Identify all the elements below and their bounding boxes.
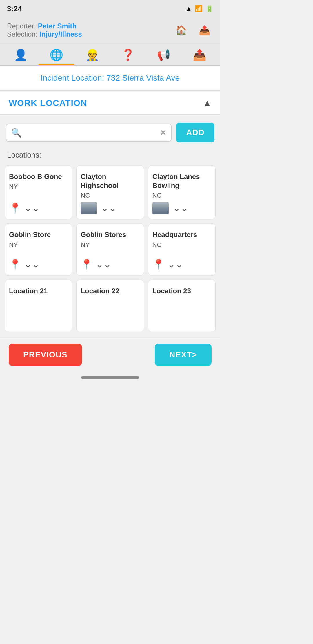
location-card-actions: 📍 ⌄⌄ [152, 258, 183, 270]
location-name: Headquarters [152, 230, 197, 239]
location-card-actions: 📍 ⌄⌄ [81, 258, 111, 270]
chevron-up-icon: ▲ [203, 98, 212, 108]
battery-icon: 🔋 [205, 5, 213, 12]
location-state: NC [81, 192, 90, 199]
reporter-row: Reporter: Peter Smith [7, 22, 82, 30]
tab-globe[interactable]: 🌐 [39, 43, 74, 65]
list-item[interactable]: Location 22 [76, 280, 144, 332]
location-card-actions: ⌄⌄ [81, 202, 117, 214]
home-bar [0, 372, 220, 386]
tab-question[interactable]: ❓ [110, 43, 146, 65]
location-thumbnail [81, 202, 97, 214]
incident-location-label: Incident Location: [41, 73, 104, 82]
list-item[interactable]: Goblin Store NY 📍 ⌄⌄ [5, 223, 72, 276]
location-name: Goblin Stores [81, 230, 126, 239]
location-state: NY [9, 183, 18, 190]
location-card-actions: 📍 ⌄⌄ [9, 258, 40, 270]
search-area: 🔍 ✕ ADD [0, 115, 220, 145]
location-state: NC [152, 241, 162, 249]
work-location-header[interactable]: WORK LOCATION ▲ [0, 92, 220, 115]
previous-button[interactable]: PREVIOUS [9, 344, 82, 366]
reporter-value: Peter Smith [38, 22, 77, 30]
tab-megaphone[interactable]: 📢 [146, 43, 181, 65]
bottom-actions: PREVIOUS NEXT> [0, 338, 220, 372]
status-time: 3:24 [7, 4, 22, 13]
status-icons: ▲ 📶 🔋 [185, 5, 213, 12]
location-thumbnail [152, 202, 169, 214]
work-location-title: WORK LOCATION [9, 98, 87, 108]
list-item[interactable]: Location 21 [5, 280, 72, 332]
add-button[interactable]: ADD [176, 123, 214, 142]
signal-icon: ▲ [185, 5, 192, 12]
locations-grid: Booboo B Gone NY 📍 ⌄⌄ Clayton Highschool… [0, 162, 220, 338]
location-name: Goblin Store [9, 230, 51, 239]
reporter-label: Reporter: [7, 22, 36, 30]
header-info: Reporter: Peter Smith Selection: Injury/… [7, 22, 82, 38]
upload-icon: 📤 [193, 48, 206, 61]
selection-value: Injury/Illness [39, 30, 82, 38]
wifi-icon: 📶 [195, 5, 203, 12]
search-box: 🔍 ✕ [6, 124, 172, 142]
incident-location-bar: Incident Location: 732 Sierra Vista Ave [0, 66, 220, 91]
chevron-down-icon[interactable]: ⌄⌄ [173, 202, 188, 214]
pin-icon: 📍 [81, 258, 93, 270]
pin-icon: 📍 [152, 258, 165, 270]
pin-icon: 📍 [9, 258, 21, 270]
location-state: NY [9, 241, 18, 249]
selection-label: Selection: [7, 30, 37, 38]
list-item[interactable]: Headquarters NC 📍 ⌄⌄ [148, 223, 216, 276]
worker-icon: 👷 [85, 48, 99, 61]
location-name: Booboo B Gone [9, 172, 62, 181]
question-icon: ❓ [121, 48, 135, 61]
location-name: Location 21 [9, 286, 48, 295]
tab-upload[interactable]: 📤 [182, 43, 217, 65]
incident-location-address: 732 Sierra Vista Ave [106, 73, 180, 82]
chevron-down-icon[interactable]: ⌄⌄ [96, 259, 111, 270]
list-item[interactable]: Goblin Stores NY 📍 ⌄⌄ [76, 223, 144, 276]
nav-tabs: 👤 🌐 👷 ❓ 📢 📤 [0, 43, 220, 66]
home-button[interactable]: 🏠 [173, 21, 190, 39]
home-indicator [81, 376, 139, 379]
pin-icon: 📍 [9, 202, 21, 214]
chevron-down-icon[interactable]: ⌄⌄ [168, 259, 183, 270]
list-item[interactable]: Booboo B Gone NY 📍 ⌄⌄ [5, 165, 72, 219]
clear-icon[interactable]: ✕ [160, 128, 166, 138]
chevron-down-icon[interactable]: ⌄⌄ [101, 202, 117, 214]
export-button[interactable]: 📤 [196, 21, 213, 39]
chevron-down-icon[interactable]: ⌄⌄ [24, 202, 40, 214]
list-item[interactable]: Location 23 [148, 280, 216, 332]
location-state: NY [81, 241, 90, 249]
location-name: Clayton Lanes Bowling [152, 172, 211, 190]
search-input[interactable] [26, 128, 156, 137]
location-card-actions: ⌄⌄ [152, 202, 188, 214]
location-card-actions: 📍 ⌄⌄ [9, 202, 40, 214]
globe-icon: 🌐 [50, 48, 63, 61]
status-bar: 3:24 ▲ 📶 🔋 [0, 0, 220, 17]
list-item[interactable]: Clayton Highschool NC ⌄⌄ [76, 165, 144, 219]
selection-row: Selection: Injury/Illness [7, 30, 82, 38]
chevron-down-icon[interactable]: ⌄⌄ [24, 259, 40, 270]
tab-worker[interactable]: 👷 [74, 43, 110, 65]
location-name: Location 23 [152, 286, 191, 295]
search-icon: 🔍 [11, 128, 22, 138]
locations-label: Locations: [0, 145, 220, 162]
location-state: NC [152, 192, 162, 199]
header-actions: 🏠 📤 [173, 21, 213, 39]
location-name: Location 22 [81, 286, 119, 295]
next-button[interactable]: NEXT> [155, 344, 212, 366]
megaphone-icon: 📢 [157, 48, 170, 61]
person-icon: 👤 [14, 48, 28, 61]
location-name: Clayton Highschool [81, 172, 139, 190]
tab-person[interactable]: 👤 [3, 43, 39, 65]
list-item[interactable]: Clayton Lanes Bowling NC ⌄⌄ [148, 165, 216, 219]
header: Reporter: Peter Smith Selection: Injury/… [0, 17, 220, 43]
